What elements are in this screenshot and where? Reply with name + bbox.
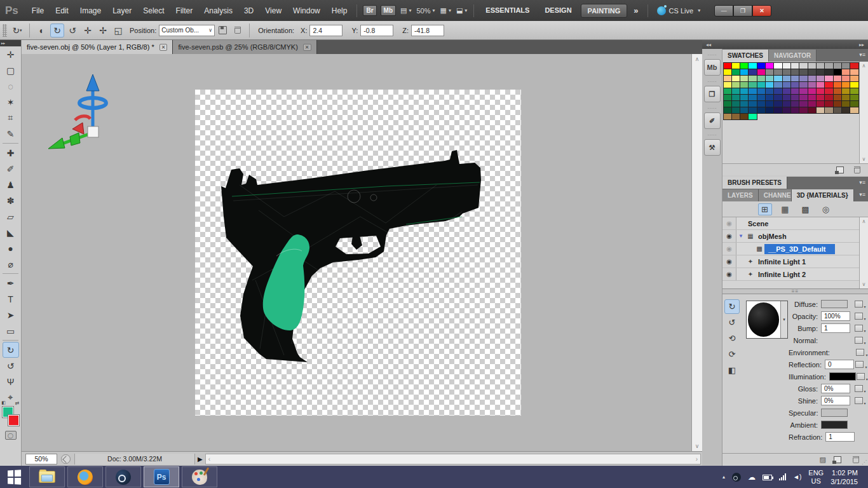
texture-menu-icon[interactable] [856, 349, 864, 356]
visibility-eye-icon[interactable]: ◉ [722, 268, 736, 280]
cs-live-button[interactable]: CS Live ▾ [657, 6, 703, 15]
menu-help[interactable]: Help [326, 6, 353, 15]
menu-image[interactable]: Image [74, 6, 107, 15]
scroll-up-icon[interactable]: ∧ [862, 219, 866, 224]
eyedropper-tool[interactable]: ✎ [3, 126, 19, 142]
color-swatch[interactable] [841, 107, 850, 114]
clock[interactable]: 1:02 PM 3/1/2015 [831, 468, 860, 486]
document-tab[interactable]: five-seven.obj @ 50% (Layer 1, RGB/8) *✕ [22, 40, 173, 54]
color-swatch[interactable] [723, 113, 732, 120]
panel-splitter[interactable]: ≡≡ [722, 288, 868, 294]
color-chip[interactable] [821, 300, 848, 308]
document-tab[interactable]: five-seven.psb @ 25% (RGB/8/CMYK)✕ [173, 40, 316, 54]
scroll-up-icon[interactable]: ∧ [862, 63, 866, 69]
view-extras-icon[interactable]: ▤▾ [400, 6, 411, 15]
texture-menu-icon[interactable] [855, 301, 863, 308]
tab-navigator[interactable]: NAVIGATOR [769, 50, 817, 62]
filter-meshes-icon[interactable]: ▦ [778, 203, 792, 215]
tab-brush-presets[interactable]: BRUSH PRESETS [722, 177, 787, 189]
menu-3d[interactable]: 3D [238, 6, 259, 15]
new-light-button[interactable] [834, 456, 841, 463]
color-swatch[interactable] [765, 107, 774, 114]
slide-the-object-icon[interactable]: ✢ [96, 24, 110, 37]
workspace-design[interactable]: DESIGN [538, 4, 578, 18]
property-input[interactable]: 0 [825, 360, 854, 369]
taskbar-paint[interactable] [182, 466, 217, 487]
onedrive-icon[interactable]: ☁ [748, 473, 756, 482]
material-preview[interactable]: ▾ [746, 301, 788, 339]
tree-scrollbar[interactable]: ∧ ∨ [859, 217, 868, 288]
taskbar-firefox[interactable] [67, 466, 103, 487]
taskbar-photoshop[interactable]: Ps [144, 466, 179, 487]
close-button[interactable]: ✕ [752, 5, 771, 17]
texture-menu-icon[interactable] [855, 385, 863, 392]
menu-edit[interactable]: Edit [50, 6, 74, 15]
menu-view[interactable]: View [259, 6, 287, 15]
mini-bridge-icon[interactable]: Mb [704, 59, 721, 76]
horizontal-scrollbar[interactable]: ‹ › [205, 454, 701, 464]
color-swatch[interactable] [790, 107, 799, 114]
scroll-down-icon[interactable]: ∨ [695, 441, 700, 451]
color-swatch[interactable] [740, 113, 749, 120]
network-icon[interactable] [779, 473, 786, 480]
workspace-painting[interactable]: PAINTING [581, 4, 628, 18]
color-swatch[interactable] [833, 107, 842, 114]
filter-lights-icon[interactable]: ◎ [819, 203, 833, 215]
screen-mode-icon[interactable]: ⬓▾ [456, 6, 467, 15]
color-swatch[interactable] [782, 107, 791, 114]
rotate-the-object-icon[interactable]: ↻ [50, 24, 64, 37]
delete-button[interactable] [853, 456, 859, 463]
paint-bucket-tool[interactable]: ◣ [3, 224, 19, 240]
panel-menu-icon[interactable]: ▾≡ [859, 179, 865, 186]
canvas-area[interactable]: ∧ ∨ [22, 54, 702, 451]
3d-rotate-material-tool-icon[interactable]: ↻ [724, 299, 740, 314]
language-indicator[interactable]: ENGUS [808, 469, 824, 485]
tools-panel-collapse[interactable]: ▸▸ [0, 40, 21, 46]
hand-tool[interactable]: Ψ [3, 374, 19, 390]
visibility-eye-icon[interactable]: ◉ [722, 255, 736, 268]
swatches-scrollbar[interactable]: ∧ ∨ [859, 62, 868, 163]
orientation-z-input[interactable]: -41.8 [411, 25, 444, 36]
menu-select[interactable]: Select [137, 6, 170, 15]
tree-item[interactable]: ◉▩__PS_3D_Default [722, 243, 859, 255]
lasso-tool[interactable]: ◌ [3, 78, 19, 94]
property-input[interactable]: 0% [821, 384, 850, 393]
menu-layer[interactable]: Layer [107, 6, 137, 15]
launch-bridge[interactable]: Br [363, 5, 376, 16]
tab-swatches[interactable]: SWATCHES [722, 50, 769, 62]
visibility-eye-icon[interactable]: ◉ [722, 230, 736, 242]
color-chip[interactable] [829, 372, 856, 381]
color-swatch[interactable] [816, 107, 825, 114]
transparent-canvas[interactable] [195, 90, 521, 416]
color-swatch[interactable] [850, 107, 858, 114]
roll-the-object-icon[interactable]: ↺ [65, 24, 79, 37]
orientation-y-input[interactable]: -0.8 [360, 25, 393, 36]
document-size-readout[interactable]: Doc: 3.00M/3.22M [74, 454, 195, 464]
history-brush-tool[interactable]: ✽ [3, 193, 19, 208]
color-swatch[interactable] [824, 107, 833, 114]
delete-swatch-button[interactable] [854, 166, 860, 173]
3d-paint-drop-tool-icon[interactable]: ◧ [724, 363, 740, 377]
3d-gun-model[interactable] [195, 90, 521, 416]
pen-tool[interactable]: ✒ [3, 275, 19, 291]
scroll-right-icon[interactable]: › [696, 456, 698, 463]
volume-icon[interactable]: ◄) [793, 473, 801, 480]
color-swatch[interactable] [773, 107, 782, 114]
texture-menu-icon[interactable] [855, 337, 863, 344]
filter-materials-icon[interactable]: ▩ [799, 203, 813, 215]
menu-filter[interactable]: Filter [170, 6, 199, 15]
close-tab-icon[interactable]: ✕ [159, 44, 168, 51]
color-chip[interactable] [821, 421, 848, 429]
spot-healing-brush-tool[interactable]: ✚ [3, 145, 19, 161]
tree-item[interactable]: ◉✦Infinite Light 1 [722, 255, 859, 268]
workspace-essentials[interactable]: ESSENTIALS [479, 4, 536, 18]
drag-the-object-icon[interactable]: ✛ [81, 24, 95, 37]
new-swatch-button[interactable] [836, 166, 844, 173]
taskbar-file-explorer[interactable] [29, 466, 65, 487]
color-swatch[interactable] [748, 113, 757, 120]
scroll-down-icon[interactable]: ∨ [862, 156, 866, 162]
filter-whole-scene-icon[interactable]: ⊞ [758, 203, 772, 215]
scrubby-zoom-icon[interactable] [61, 454, 71, 464]
property-input[interactable]: 0% [821, 396, 850, 405]
tab-layers[interactable]: LAYERS [722, 189, 759, 201]
